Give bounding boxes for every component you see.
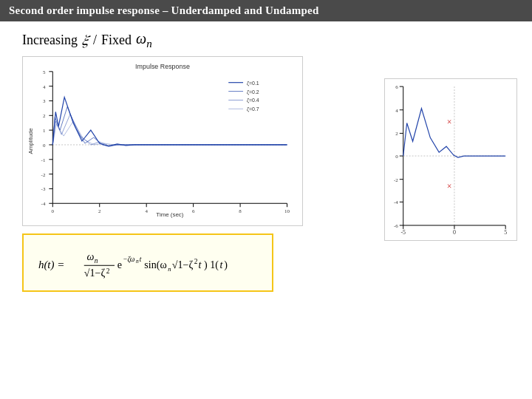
svg-text:10: 10 [284,208,290,214]
svg-text:√1−ζ: √1−ζ [84,267,106,279]
subtitle-line: Increasing 𝜉 / Fixed ωn [0,21,532,53]
content-area: Impulse Response Amplitude Time (sec) 0 … [0,53,532,295]
svg-text:×: × [447,117,452,127]
svg-text:Impulse Response: Impulse Response [135,63,190,70]
svg-text:0: 0 [395,154,398,159]
svg-text:Amplitude: Amplitude [27,128,34,154]
svg-text:2: 2 [106,267,110,275]
svg-text:ω: ω [87,250,95,262]
svg-text:ζ=0.2: ζ=0.2 [247,89,259,95]
formula-box: h(t) = ω n √1−ζ 2 e −ζω n t sin(ω n √1−ζ [22,233,273,292]
zeta-symbol: 𝜉 [82,32,89,49]
svg-text:n: n [168,265,171,273]
svg-text:4: 4 [145,208,148,214]
svg-text:ζ=0.7: ζ=0.7 [247,106,259,112]
omega-n-symbol: ωn [136,30,152,50]
svg-text:-2: -2 [41,172,46,177]
impulse-plot-svg: Impulse Response Amplitude Time (sec) 0 … [23,57,302,225]
page-header: Second order impulse response – Underdam… [0,0,532,21]
svg-text:Time (sec): Time (sec) [156,211,183,218]
svg-text:√1−ζ: √1−ζ [172,259,194,270]
svg-text:-4: -4 [394,200,398,205]
svg-text:0: 0 [43,143,46,148]
increasing-label: Increasing [22,33,78,48]
svg-text:6: 6 [395,84,398,89]
svg-text:6: 6 [192,208,195,214]
left-section: Impulse Response Amplitude Time (sec) 0 … [15,56,377,292]
svg-text:2: 2 [98,208,101,214]
svg-text:ζ=0.1: ζ=0.1 [247,81,259,86]
svg-text:n: n [95,257,98,265]
svg-text:): ) [224,259,228,271]
svg-rect-65 [385,79,516,240]
svg-text:1: 1 [43,128,46,133]
svg-text:0: 0 [52,208,55,214]
right-plot-svg: -5 0 5 -6 -4 -2 0 2 4 6 [385,79,516,240]
svg-text:4: 4 [43,84,46,89]
svg-text:0: 0 [453,229,456,236]
svg-text:-4: -4 [41,201,46,206]
svg-text:) 1(: ) 1( [204,259,219,271]
fixed-label: Fixed [101,33,132,48]
svg-text:-1: -1 [41,157,46,163]
svg-text:×: × [447,181,452,191]
svg-text:sin(ω: sin(ω [144,259,166,271]
svg-rect-0 [24,57,302,225]
svg-text:2: 2 [43,113,46,118]
svg-text:ζ=0.4: ζ=0.4 [247,98,259,103]
svg-text:4: 4 [395,108,398,113]
svg-text:-2: -2 [394,177,398,183]
svg-text:5: 5 [504,229,507,236]
svg-text:t: t [220,259,224,270]
svg-text:n: n [136,258,139,265]
svg-text:3: 3 [43,98,46,103]
slash-separator: / [93,33,97,48]
svg-text:e: e [117,259,122,270]
svg-text:2: 2 [395,131,398,136]
svg-text:t: t [140,256,142,263]
right-plot: -5 0 5 -6 -4 -2 0 2 4 6 [384,78,517,241]
svg-text:h(t) =: h(t) = [38,259,65,271]
svg-text:-5: -5 [400,229,406,236]
svg-text:-3: -3 [41,186,46,191]
header-title: Second order impulse response – Underdam… [9,4,318,16]
svg-text:8: 8 [239,208,242,214]
svg-text:t: t [198,259,202,270]
svg-text:-6: -6 [394,223,398,228]
svg-text:5: 5 [43,69,46,75]
formula-svg: h(t) = ω n √1−ζ 2 e −ζω n t sin(ω n √1−ζ [37,242,259,283]
svg-text:2: 2 [194,258,198,265]
impulse-plot: Impulse Response Amplitude Time (sec) 0 … [22,56,303,226]
svg-text:−ζω: −ζω [123,256,135,264]
